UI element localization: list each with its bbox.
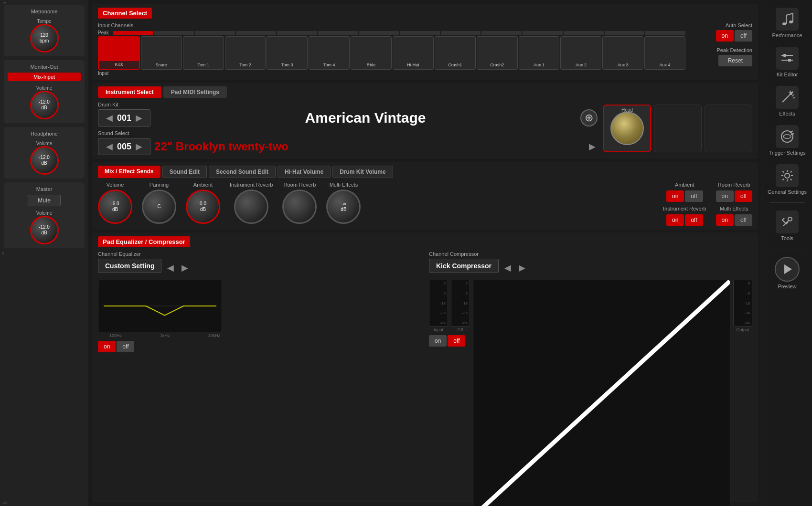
- comp-output-meter-group: 0 -6 -18 -36 -64 Output: [733, 280, 752, 332]
- eq-off-button[interactable]: off: [117, 341, 134, 352]
- peak-meter-12: [564, 31, 604, 35]
- master-section: Master Mute Volume -12.0 dB: [4, 182, 85, 248]
- panning-knob[interactable]: C: [142, 190, 176, 224]
- drumkit-volume-tab[interactable]: Drum Kit Volume: [332, 166, 393, 178]
- multi-effects-knob[interactable]: -∞ dB: [326, 190, 361, 224]
- tempo-knob[interactable]: 120 bpm: [30, 24, 59, 53]
- eq-chart-with-y: 15 0 -15: [98, 280, 222, 332]
- auto-select-off-button[interactable]: off: [735, 30, 752, 42]
- peak-meter-11: [523, 31, 563, 35]
- instrument-reverb-on-button[interactable]: on: [666, 214, 684, 226]
- master-volume-knob[interactable]: -12.0 dB: [30, 216, 59, 244]
- auto-select-on-button[interactable]: on: [716, 30, 734, 42]
- room-reverb-toggle-buttons: on off: [716, 190, 752, 202]
- svg-rect-11: [783, 54, 786, 57]
- room-reverb-off-button[interactable]: off: [735, 190, 752, 202]
- peak-meter-5: [277, 31, 317, 35]
- sidebar-item-general-settings[interactable]: General Settings: [766, 161, 809, 198]
- sidebar-item-kit-editor[interactable]: Kit Editor: [766, 44, 809, 80]
- comp-on-button[interactable]: on: [429, 335, 447, 347]
- room-reverb-on-button[interactable]: on: [716, 190, 734, 202]
- sound-arrow-right[interactable]: ▶: [587, 141, 598, 152]
- headphone-volume-knob[interactable]: -12.0 dB: [30, 146, 59, 175]
- pad-midi-settings-tab[interactable]: Pad MIDI Settings: [163, 86, 227, 98]
- sound-next-button[interactable]: ▶: [134, 141, 144, 152]
- channel-pad-snare[interactable]: Snare: [141, 36, 182, 70]
- sidebar-item-tools[interactable]: Tools: [766, 208, 809, 244]
- svg-line-22: [791, 134, 794, 135]
- channel-pad-tom3[interactable]: Tom 3: [267, 36, 308, 70]
- ambient-on-button[interactable]: on: [666, 190, 684, 202]
- instrument-reverb-knob[interactable]: [234, 190, 268, 224]
- auto-select-buttons: on off: [716, 30, 752, 42]
- mute-button[interactable]: Mute: [28, 195, 61, 206]
- eq-on-button[interactable]: on: [98, 341, 116, 352]
- sound-prev-button[interactable]: ◀: [104, 141, 115, 152]
- sliders-icon: [776, 47, 799, 70]
- mix-panel: Mix / Effect Sends Sound Edit Second Sou…: [92, 162, 758, 230]
- tempo-value: 120 bpm: [40, 32, 49, 44]
- sidebar-item-performance[interactable]: Performance: [766, 5, 809, 41]
- channel-pad-aux3[interactable]: Aux 3: [602, 36, 643, 70]
- channel-pad-crash1-label: Crash1: [448, 63, 462, 67]
- multi-effects-on-button[interactable]: on: [716, 214, 734, 226]
- monitor-out-section: Monitor-Out Mix-Input Volume -12.0 dB: [4, 60, 85, 123]
- eq-preset-prev[interactable]: ◀: [165, 263, 176, 273]
- panning-knob-group: Panning C: [142, 182, 176, 224]
- add-kit-button[interactable]: ⊕: [580, 109, 598, 126]
- ambient-off-button[interactable]: off: [685, 190, 703, 202]
- right-nav-divider-2: [769, 249, 805, 249]
- channel-pad-aux4[interactable]: Aux 4: [644, 36, 685, 70]
- kit-next-button[interactable]: ▶: [134, 113, 144, 123]
- comp-preset-prev[interactable]: ◀: [502, 263, 513, 273]
- peak-meter-7: [359, 31, 399, 35]
- instrument-reverb-off-button[interactable]: off: [685, 214, 703, 226]
- pad-trigger-2[interactable]: [654, 105, 702, 152]
- peak-meter-1: [113, 31, 153, 35]
- hihat-volume-tab[interactable]: Hi-Hat Volume: [278, 166, 331, 178]
- channel-pad-tom2[interactable]: Tom 2: [225, 36, 266, 70]
- monitor-out-label: Monitor-Out: [30, 64, 58, 70]
- mix-effect-sends-tab[interactable]: Mix / Effect Sends: [98, 166, 160, 178]
- sound-edit-tab[interactable]: Sound Edit: [162, 166, 207, 178]
- channel-pad-ride[interactable]: Ride: [351, 36, 392, 70]
- volume-knob[interactable]: -6.0 dB: [98, 190, 132, 224]
- kit-prev-button[interactable]: ◀: [104, 113, 115, 123]
- comp-preset-next[interactable]: ▶: [517, 263, 527, 273]
- headphone-volume-label: Volume: [36, 141, 52, 146]
- eq-preset-row: Custom Setting ◀ ▶: [98, 259, 421, 277]
- channel-pad-crash1[interactable]: Crash1: [435, 36, 476, 70]
- channel-pad-aux3-label: Aux 3: [618, 63, 629, 67]
- tempo-label: Tempo: [37, 19, 51, 24]
- second-sound-edit-tab[interactable]: Second Sound Edit: [209, 166, 276, 178]
- channel-pad-kick[interactable]: Kick: [98, 36, 140, 70]
- monitor-volume-knob[interactable]: -12.0 dB: [30, 91, 59, 119]
- comp-off-button[interactable]: off: [448, 335, 465, 347]
- sidebar-item-trigger-settings[interactable]: Trigger Settings: [766, 122, 809, 158]
- peak-detection-label: Peak Detection: [716, 47, 752, 53]
- room-reverb-knob[interactable]: [282, 190, 317, 224]
- peak-meter-3: [195, 31, 235, 35]
- channel-pad-hihat[interactable]: Hi-Hat: [393, 36, 434, 70]
- channel-pad-crash2[interactable]: Crash2: [477, 36, 518, 70]
- channel-pad-tom4-label: Tom 4: [323, 63, 335, 67]
- instrument-select-tab[interactable]: Instrument Select: [98, 86, 161, 98]
- sidebar-item-effects[interactable]: Effects: [766, 83, 809, 119]
- right-sidebar: Performance Kit Editor Effects: [762, 0, 812, 506]
- mix-inner: Volume -6.0 dB Panning C: [98, 182, 752, 226]
- comp-gr-label: GR: [457, 327, 464, 332]
- tempo-knob-container: Tempo 120 bpm: [30, 17, 59, 53]
- pad-trigger-3[interactable]: [705, 105, 752, 152]
- pad-trigger-head[interactable]: Head: [603, 105, 651, 152]
- channel-pad-tom4[interactable]: Tom 4: [309, 36, 350, 70]
- sidebar-item-preview[interactable]: Preview: [766, 254, 809, 292]
- peak-detection-reset-button[interactable]: Reset: [718, 55, 752, 66]
- channel-pad-tom1[interactable]: Tom 1: [183, 36, 224, 70]
- comp-chart-group: Compression: [473, 280, 730, 332]
- performance-label: Performance: [772, 32, 802, 38]
- eq-preset-next[interactable]: ▶: [180, 263, 190, 273]
- ambient-knob[interactable]: 0.0 dB: [186, 190, 220, 224]
- channel-pad-aux1[interactable]: Aux 1: [519, 36, 560, 70]
- multi-effects-off-button[interactable]: off: [735, 214, 752, 226]
- channel-pad-aux2[interactable]: Aux 2: [560, 36, 601, 70]
